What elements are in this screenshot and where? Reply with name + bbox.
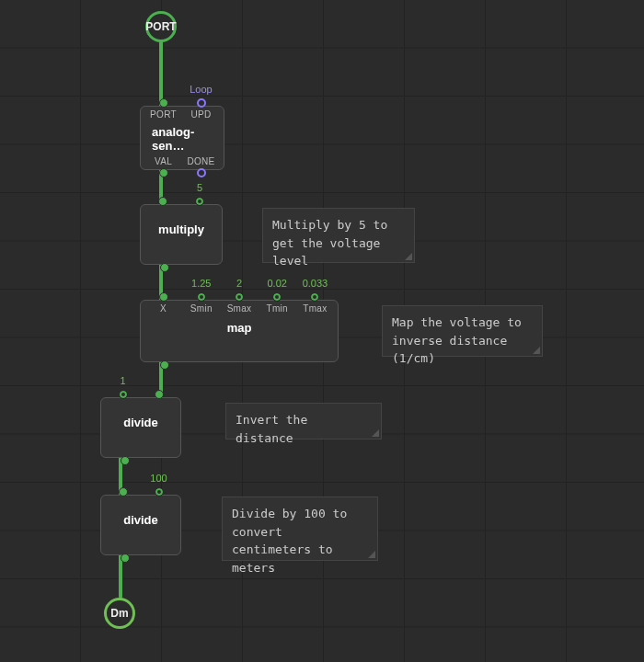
comment-map[interactable]: Map the voltage to inverse distance (1/c… xyxy=(382,305,543,357)
canvas[interactable]: PORT PORT Loop UPD analog-sen… VAL DONE xyxy=(0,0,644,662)
node-divide-2[interactable]: 100 divide xyxy=(100,495,181,555)
terminal-port[interactable]: PORT xyxy=(145,11,177,42)
pin-dot-icon xyxy=(235,292,244,302)
pinrow-top: 100 xyxy=(101,487,180,496)
pinrow-top: 5 xyxy=(141,197,222,206)
terminal-dm-label: Dm xyxy=(110,607,128,620)
terminal-dm[interactable]: Dm xyxy=(104,598,135,629)
node-title: divide xyxy=(101,410,180,435)
pin-multiply-a[interactable] xyxy=(144,197,181,206)
pin-dot-icon xyxy=(155,487,164,496)
pin-dot-pulse-icon xyxy=(197,98,206,108)
pin-map-out[interactable] xyxy=(144,360,185,370)
pin-divide2-a[interactable] xyxy=(105,487,141,496)
pin-map-tmax[interactable]: 0.033 Tmax xyxy=(296,292,334,314)
pinrow-bot: VAL DONE xyxy=(141,156,224,177)
comment-divide1[interactable]: Invert the distance xyxy=(225,403,382,439)
pin-dot-icon xyxy=(160,360,169,370)
pinrow-top: X 1.25 Smin 2 Smax 0.02 Tmin 0.033 Tmax xyxy=(141,292,338,314)
pin-dot-icon xyxy=(272,292,282,302)
pin-analog-port[interactable]: PORT xyxy=(144,98,182,120)
pinrow-bot xyxy=(141,263,222,272)
pinrow-top: PORT Loop UPD xyxy=(141,98,224,120)
pin-divide2-b[interactable]: 100 xyxy=(141,487,177,496)
pin-dot-pulse-icon xyxy=(197,168,206,177)
node-analog-sensor[interactable]: PORT Loop UPD analog-sen… VAL DONE xyxy=(140,106,224,170)
pin-dot-icon xyxy=(159,98,168,108)
comment-multiply[interactable]: Multiply by 5 to get the voltage level xyxy=(262,208,415,263)
pin-analog-done[interactable]: DONE xyxy=(182,156,220,177)
pin-analog-upd[interactable]: Loop UPD xyxy=(182,98,220,120)
pin-dot-icon xyxy=(158,197,167,206)
pin-dot-icon xyxy=(197,292,206,302)
pinrow-bot xyxy=(101,456,180,465)
pinrow-bot xyxy=(101,554,180,563)
node-multiply[interactable]: 5 multiply xyxy=(140,204,223,265)
pin-map-smax[interactable]: 2 Smax xyxy=(220,292,258,314)
pinrow-top: 1 xyxy=(101,390,180,399)
pin-dot-icon xyxy=(310,292,319,302)
node-divide-1[interactable]: 1 divide xyxy=(100,397,181,458)
pin-map-smin[interactable]: 1.25 Smin xyxy=(182,292,220,314)
pin-map-tmin[interactable]: 0.02 Tmin xyxy=(259,292,296,314)
node-title: multiply xyxy=(141,217,222,242)
pin-multiply-b[interactable]: 5 xyxy=(181,197,218,206)
node-title: divide xyxy=(101,508,180,532)
pin-dot-icon xyxy=(195,197,204,206)
terminal-port-label: PORT xyxy=(145,20,176,33)
pin-dot-icon xyxy=(155,390,164,399)
pin-divide1-out[interactable] xyxy=(105,456,145,465)
pin-map-x[interactable]: X xyxy=(144,292,182,314)
pin-divide1-a[interactable]: 1 xyxy=(105,390,141,399)
pin-multiply-out[interactable] xyxy=(144,263,185,272)
comment-divide2[interactable]: Divide by 100 to convert centimeters to … xyxy=(222,496,378,561)
node-map[interactable]: X 1.25 Smin 2 Smax 0.02 Tmin 0.033 Tmax xyxy=(140,300,339,362)
pin-dot-icon xyxy=(119,390,128,399)
pin-dot-icon xyxy=(160,263,169,272)
pin-divide2-out[interactable] xyxy=(105,554,145,563)
pin-divide1-b[interactable] xyxy=(141,390,177,399)
pinrow-bot xyxy=(141,360,338,370)
pin-dot-icon xyxy=(159,168,168,177)
pin-dot-icon xyxy=(121,456,130,465)
node-title: map xyxy=(141,315,338,340)
pin-analog-val[interactable]: VAL xyxy=(144,156,182,177)
pin-dot-icon xyxy=(119,487,128,496)
node-title: analog-sen… xyxy=(141,120,224,158)
pin-dot-icon xyxy=(159,292,168,302)
pin-dot-icon xyxy=(121,554,130,563)
